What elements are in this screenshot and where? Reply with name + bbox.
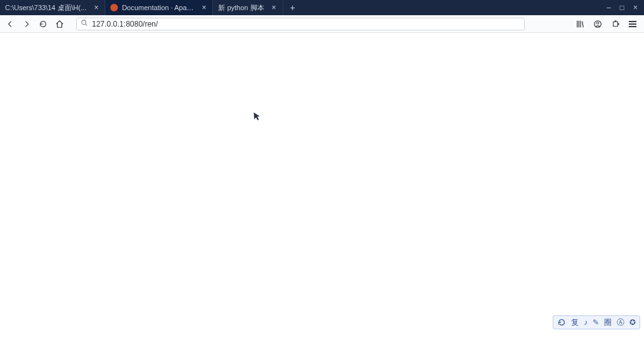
search-icon (80, 19, 88, 28)
reload-button[interactable] (38, 19, 48, 29)
maximize-button[interactable]: □ (620, 3, 624, 12)
ime-toolbar[interactable]: 复 ♪ ✎ 圈 Ⓐ ✪ (553, 315, 640, 329)
tab-label: Documentation · Apache E... (122, 4, 194, 11)
page-content: 复 ♪ ✎ 圈 Ⓐ ✪ (0, 33, 644, 342)
toolbar-icons (576, 20, 639, 28)
ime-item-4[interactable]: 圈 (604, 317, 612, 328)
forward-button[interactable] (22, 19, 32, 29)
ime-item-5[interactable]: Ⓐ (617, 317, 624, 328)
svg-line-1 (86, 24, 87, 26)
cursor-icon (253, 111, 262, 124)
minimize-button[interactable]: – (607, 3, 611, 12)
tab-label: 新 python 脚本 (218, 3, 264, 13)
ime-item-6[interactable]: ✪ (629, 318, 636, 327)
ime-refresh-icon[interactable] (557, 318, 566, 327)
ime-item-1[interactable]: 复 (571, 317, 579, 328)
ime-item-2[interactable]: ♪ (584, 318, 588, 327)
tab-bar: C:\Users\733\14 桌面\H(... × Documentation… (0, 0, 644, 15)
favicon-icon (110, 4, 118, 11)
svg-point-3 (596, 22, 599, 24)
home-button[interactable] (55, 19, 65, 29)
tab-label: C:\Users\733\14 桌面\H(... (5, 3, 86, 13)
url-input[interactable] (92, 20, 520, 28)
new-tab-button[interactable]: + (283, 0, 302, 15)
library-icon[interactable] (576, 20, 584, 28)
nav-bar (0, 15, 644, 33)
close-tab-icon[interactable]: × (93, 3, 100, 12)
window-controls: – □ × (607, 0, 644, 15)
back-button[interactable] (5, 19, 15, 29)
close-window-button[interactable]: × (633, 3, 638, 12)
ime-item-3[interactable]: ✎ (593, 318, 599, 327)
browser-tab-2[interactable]: 新 python 脚本 × (213, 0, 283, 15)
close-tab-icon[interactable]: × (271, 3, 278, 12)
svg-point-0 (82, 20, 86, 25)
close-tab-icon[interactable]: × (200, 3, 207, 12)
extension-icon[interactable] (611, 20, 620, 28)
account-icon[interactable] (593, 20, 602, 28)
browser-tab-1[interactable]: Documentation · Apache E... × (105, 0, 213, 15)
browser-tab-0[interactable]: C:\Users\733\14 桌面\H(... × (0, 0, 105, 15)
url-bar[interactable] (76, 18, 525, 30)
menu-icon[interactable] (629, 21, 636, 27)
